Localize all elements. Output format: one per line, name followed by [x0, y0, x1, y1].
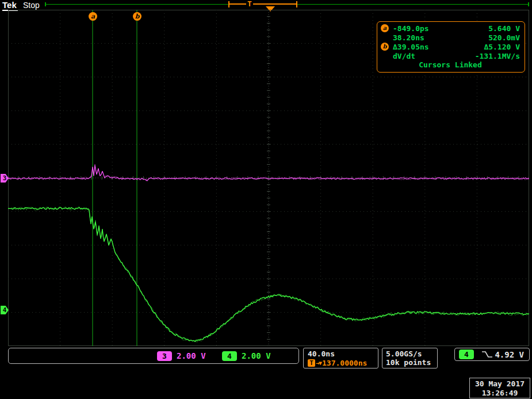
- trigger-arrow-icon: →▼: [316, 360, 322, 366]
- cursor-delta-row: b Δ39.05ns Δ5.120 V: [381, 42, 520, 51]
- timebase-readout: 40.0ns: [308, 349, 378, 358]
- cursor-b-badge: b: [381, 43, 389, 51]
- cursor-a-voltage: 5.640 V: [488, 24, 520, 33]
- ch4-scale[interactable]: 2.00 V: [242, 351, 271, 361]
- channel-scale-bar: 3 2.00 V 4 2.00 V: [8, 348, 299, 364]
- cursor-a-time: -849.0ps: [393, 24, 429, 33]
- window-right-bracket: [296, 1, 297, 7]
- ch3-ground-marker[interactable]: 3: [1, 174, 9, 183]
- cursors-linked-label: Cursors Linked: [381, 60, 520, 70]
- trigger-position-readout: T→▼137.0000ns: [308, 358, 378, 367]
- acquisition-status: Stop: [23, 1, 40, 10]
- dvdt-value: -131.1MV/s: [475, 52, 520, 60]
- cursor-b-time: 38.20ns: [393, 33, 424, 42]
- record-start-tick: [45, 2, 46, 6]
- cursor-a-badge: a: [381, 24, 389, 32]
- record-length: 10k points: [386, 358, 437, 367]
- ch4-ground-marker[interactable]: 4: [1, 306, 9, 314]
- cursor-b-voltage: 520.0mV: [488, 33, 520, 42]
- cursor-b-values-row: 38.20ns 520.0mV: [381, 33, 520, 42]
- ch3-badge[interactable]: 3: [157, 351, 172, 361]
- trigger-t-icon: T: [308, 359, 315, 367]
- cursor-a-row: a -849.0ps 5.640 V: [381, 24, 520, 33]
- trigger-source-badge: 4: [459, 349, 474, 359]
- cursor-a-marker[interactable]: a: [89, 12, 97, 21]
- dvdt-row: dV/dt -131.1MV/s: [381, 51, 520, 60]
- delta-voltage: Δ5.120 V: [484, 43, 520, 51]
- trigger-position-value: 137.0000ns: [322, 359, 367, 367]
- trigger-level: 4.92 V: [495, 350, 524, 359]
- time-label: 13:26:49: [470, 389, 530, 398]
- ch3-scale[interactable]: 2.00 V: [177, 351, 206, 361]
- datetime-box: 30 May 2017 13:26:49: [469, 378, 530, 398]
- dvdt-label: dV/dt: [393, 52, 415, 60]
- falling-edge-icon: [481, 351, 493, 359]
- ch4-badge[interactable]: 4: [222, 351, 237, 361]
- acquisition-info-box[interactable]: 5.00GS/s 10k points: [382, 348, 438, 368]
- display-window-indicator[interactable]: [229, 3, 297, 5]
- trigger-info-box[interactable]: 4 4.92 V: [454, 348, 530, 361]
- oscilloscope-screen: Tek Stop T a b 3 4 a -849.0ps 5.640 V 38…: [0, 0, 532, 399]
- record-end-tick: [528, 2, 529, 6]
- trigger-t-label: T: [246, 0, 253, 8]
- date-label: 30 May 2017: [470, 379, 530, 389]
- delta-time: Δ39.05ns: [393, 43, 429, 51]
- window-left-bracket: [228, 1, 229, 7]
- cursor-readout-panel: a -849.0ps 5.640 V 38.20ns 520.0mV b Δ39…: [377, 21, 525, 73]
- horizontal-settings-box[interactable]: 40.0ns T→▼137.0000ns: [303, 348, 378, 368]
- cursor-b-marker[interactable]: b: [133, 12, 141, 21]
- sample-rate: 5.00GS/s: [386, 349, 437, 358]
